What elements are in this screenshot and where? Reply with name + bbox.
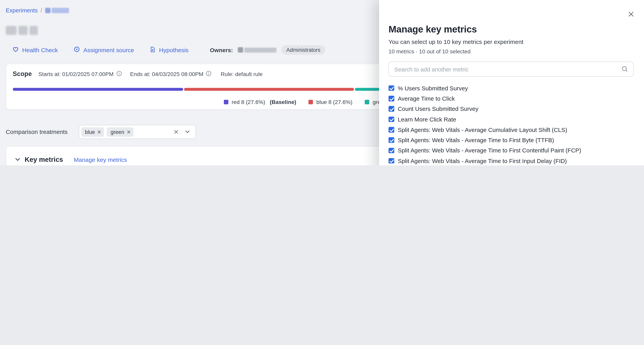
owners-label: Owners: [210, 47, 233, 53]
metric-option-label: Split Agents: Web Vitals - Average Cumul… [398, 126, 567, 133]
metric-search-input[interactable] [388, 62, 634, 77]
redacted-page-title [6, 26, 38, 35]
metric-checkbox-list: % Users Submitted Survey Average Time to… [388, 83, 634, 165]
treatment-chip-green[interactable]: green [107, 127, 133, 137]
metric-checkbox[interactable] [388, 148, 394, 153]
hypothesis-label: Hypothesis [159, 47, 188, 53]
legend-item: gre [365, 99, 380, 105]
info-icon[interactable] [206, 71, 212, 77]
redacted-experiment-name [45, 8, 69, 13]
metric-option[interactable]: Split Agents: Web Vitals - Average Cumul… [388, 124, 634, 135]
metric-checkbox[interactable] [388, 158, 394, 164]
remove-chip-icon[interactable] [127, 129, 130, 135]
metric-checkbox[interactable] [388, 137, 394, 143]
assignment-source-label: Assignment source [84, 47, 134, 53]
metric-option[interactable]: Split Agents: Web Vitals - Average Time … [388, 156, 634, 165]
metric-checkbox[interactable] [388, 96, 394, 101]
metric-option[interactable]: Split Agents: Web Vitals - Average Time … [388, 135, 634, 145]
treatment-multiselect[interactable]: blue green [79, 125, 196, 139]
legend-item: blue 8 (27.6%) [308, 99, 352, 105]
drawer-title: Manage key metrics [388, 24, 634, 35]
metric-option-label: Average Time to Click [398, 95, 455, 102]
metric-search [388, 62, 634, 77]
screen: Experiments / Health Check Assignment so… [0, 0, 644, 165]
search-icon [621, 65, 628, 75]
breadcrumb-separator: / [40, 7, 42, 14]
document-icon [150, 46, 156, 54]
breadcrumb-experiments-link[interactable]: Experiments [6, 7, 38, 14]
collapse-chevron-icon[interactable] [15, 158, 20, 161]
metric-option-label: Learn More Click Rate [398, 116, 456, 123]
assignment-source-link[interactable]: Assignment source [74, 46, 134, 54]
metric-checkbox[interactable] [388, 127, 394, 133]
hypothesis-link[interactable]: Hypothesis [150, 46, 188, 54]
key-metrics-title: Key metrics [24, 156, 63, 163]
bar-segment-blue [184, 88, 354, 91]
close-icon[interactable] [626, 9, 636, 19]
metric-option[interactable]: Average Time to Click [388, 93, 634, 104]
drawer-subtitle: You can select up to 10 key metrics per … [388, 39, 634, 45]
scope-title: Scope [13, 70, 32, 78]
target-icon [74, 46, 80, 54]
metric-checkbox[interactable] [388, 117, 394, 122]
metric-checkbox[interactable] [388, 106, 394, 112]
dropdown-chevron-icon[interactable] [182, 126, 194, 137]
bar-segment-red [13, 88, 183, 91]
breadcrumb: Experiments / [6, 7, 69, 14]
metric-option-label: Split Agents: Web Vitals - Average Time … [398, 147, 581, 154]
metric-option[interactable]: Learn More Click Rate [388, 114, 634, 125]
clear-selection-icon[interactable] [171, 126, 181, 137]
metric-option[interactable]: % Users Submitted Survey [388, 83, 634, 93]
info-icon[interactable] [116, 71, 122, 77]
health-check-label: Health Check [22, 47, 58, 53]
metric-option-label: % Users Submitted Survey [398, 85, 468, 91]
ends-at-text: Ends at: 04/03/2025 08:00PM [130, 71, 204, 77]
experiment-nav: Health Check Assignment source Hypothesi… [12, 45, 325, 55]
legend-item: red 8 (27.6%) (Baseline) [224, 99, 296, 105]
metric-option[interactable]: Split Agents: Web Vitals - Average Time … [388, 145, 634, 156]
metric-option-label: Split Agents: Web Vitals - Average Time … [398, 158, 567, 164]
metrics-count-text: 10 metrics · 10 out of 10 selected [388, 49, 634, 55]
metric-option-label: Count Users Submitted Survey [398, 106, 478, 112]
rule-text: Rule: default rule [221, 71, 262, 77]
manage-key-metrics-link[interactable]: Manage key metrics [74, 156, 127, 163]
treatment-chip-blue[interactable]: blue [81, 127, 104, 137]
administrators-badge: Administrators [282, 45, 325, 55]
manage-key-metrics-drawer: Manage key metrics You can select up to … [379, 0, 644, 165]
comparison-treatments-row: Comparison treatments blue green [6, 125, 196, 139]
heart-icon [12, 46, 19, 54]
metric-checkbox[interactable] [388, 86, 394, 91]
redacted-owner-name [238, 47, 276, 53]
remove-chip-icon[interactable] [98, 129, 101, 135]
health-check-link[interactable]: Health Check [12, 46, 58, 54]
metric-option-label: Split Agents: Web Vitals - Average Time … [398, 137, 554, 143]
owners-section: Owners: Administrators [210, 45, 326, 55]
metric-option[interactable]: Count Users Submitted Survey [388, 104, 634, 114]
starts-at-text: Starts at: 01/02/2025 07:00PM [38, 71, 114, 77]
comparison-treatments-label: Comparison treatments [6, 129, 68, 135]
